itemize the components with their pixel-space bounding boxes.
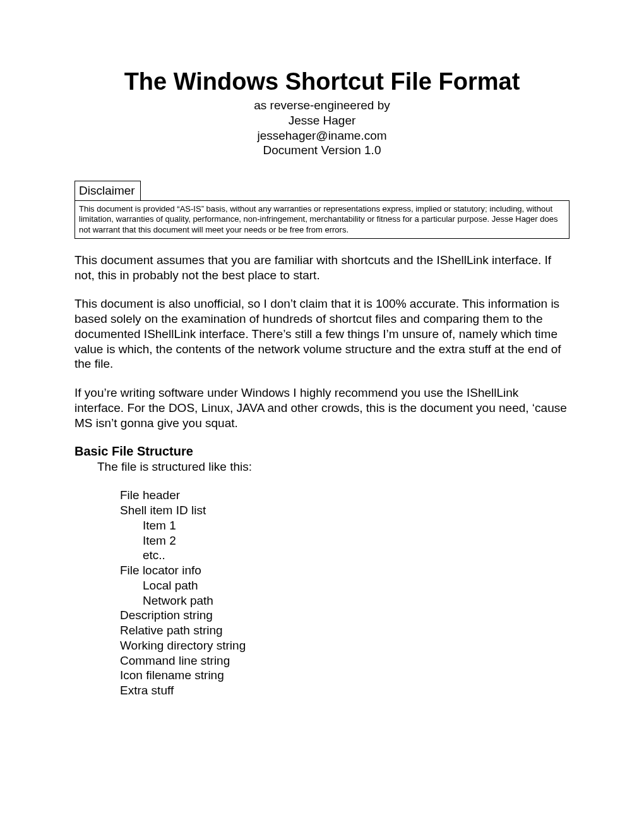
list-item: Extra stuff: [120, 683, 569, 698]
disclaimer-box: Disclaimer This document is provided “AS…: [75, 181, 569, 239]
file-structure-list: File header Shell item ID list Item 1 It…: [120, 488, 569, 698]
author-name: Jesse Hager: [75, 113, 569, 128]
subtitle-block: as reverse-engineered by Jesse Hager jes…: [75, 98, 569, 158]
list-item: Working directory string: [120, 638, 569, 653]
disclaimer-label: Disclaimer: [75, 181, 141, 200]
list-item: Description string: [120, 608, 569, 623]
intro-paragraph-1: This document assumes that you are famil…: [75, 253, 569, 283]
section-heading: Basic File Structure: [75, 444, 569, 459]
subtitle-line: as reverse-engineered by: [75, 98, 569, 113]
list-item: File locator info: [120, 563, 569, 578]
disclaimer-body: This document is provided “AS-IS” basis,…: [75, 200, 569, 239]
list-item: File header: [120, 488, 569, 503]
author-email: jessehager@iname.com: [75, 128, 569, 143]
list-item: Command line string: [120, 653, 569, 668]
list-item: etc..: [143, 548, 569, 563]
list-item: Network path: [143, 593, 569, 608]
list-item: Local path: [143, 578, 569, 593]
list-item: Icon filename string: [120, 668, 569, 683]
section-intro: The file is structured like this:: [97, 460, 569, 474]
intro-paragraph-2: This document is also unofficial, so I d…: [75, 296, 569, 372]
intro-paragraph-3: If you’re writing software under Windows…: [75, 385, 569, 430]
list-item: Item 2: [143, 533, 569, 548]
list-item: Shell item ID list: [120, 503, 569, 518]
list-item: Item 1: [143, 518, 569, 533]
list-item: Relative path string: [120, 623, 569, 638]
document-version: Document Version 1.0: [75, 143, 569, 158]
document-title: The Windows Shortcut File Format: [75, 68, 569, 95]
